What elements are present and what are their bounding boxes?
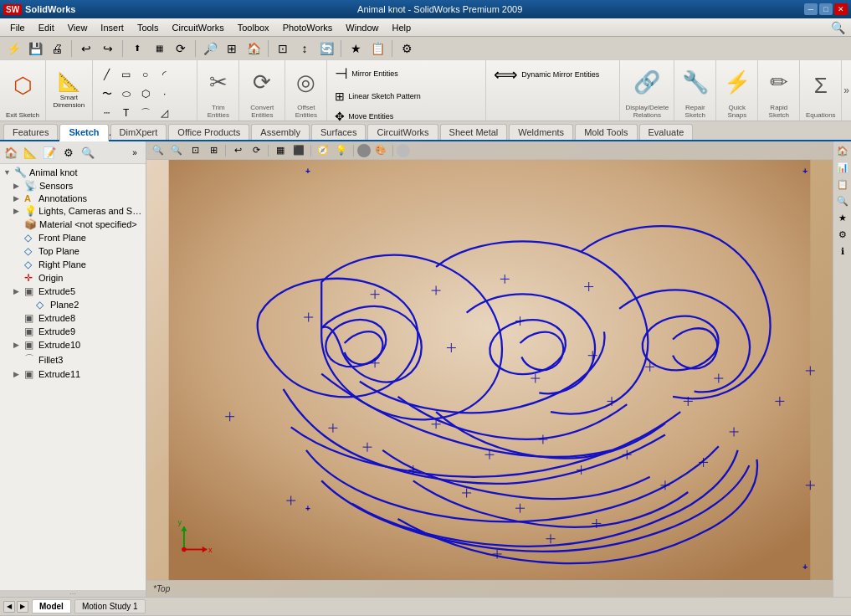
panel-icon2[interactable]: 📐 — [21, 143, 39, 162]
tab-sheet-metal[interactable]: Sheet Metal — [440, 124, 508, 140]
smart-dimension-btn[interactable]: 📐 Smart Dimension — [47, 69, 90, 112]
tab-weldments[interactable]: Weldments — [509, 124, 573, 140]
toolbar-btn-5[interactable]: ↪ — [98, 38, 118, 59]
equations-group[interactable]: Σ Equations — [800, 60, 842, 121]
point-btn[interactable]: · — [156, 85, 174, 103]
rapid-sketch-group[interactable]: ✏ Rapid Sketch — [758, 60, 800, 121]
centerline-btn[interactable]: ┄ — [98, 104, 116, 122]
appearance-btn[interactable]: 🎨 — [372, 143, 389, 158]
tab-surfaces[interactable]: Surfaces — [311, 124, 366, 140]
tree-extrude9[interactable]: ▣ Extrude9 — [2, 325, 144, 338]
toolbar-btn-2[interactable]: 💾 — [25, 38, 45, 59]
toolbar-btn-16[interactable]: 📋 — [367, 38, 387, 59]
exit-sketch-group[interactable]: ⬡ Exit Sketch — [0, 60, 46, 121]
toolbar-btn-9[interactable]: 🔎 — [200, 38, 220, 59]
toolbar-btn-15[interactable]: ★ — [346, 38, 366, 59]
circle-btn[interactable]: ○ — [136, 65, 155, 84]
toolbar-expand[interactable]: » — [842, 60, 851, 121]
minimize-btn[interactable]: ─ — [804, 3, 818, 15]
panel-icon4[interactable]: ⚙ — [59, 143, 78, 162]
toolbar-options[interactable]: ⚙ — [397, 38, 417, 59]
panel-icon3[interactable]: 📝 — [40, 143, 59, 162]
search-btn[interactable]: 🔍 — [828, 18, 848, 38]
repair-sketch-group[interactable]: 🔧 Repair Sketch — [674, 60, 716, 121]
zoom-area-btn[interactable]: ⊞ — [205, 143, 222, 158]
toolbar-btn-14[interactable]: 🔄 — [316, 38, 336, 59]
scroll-right-btn[interactable]: ▶ — [17, 601, 28, 613]
rotate-view-btn[interactable]: ⟳ — [248, 143, 264, 158]
tree-sensors[interactable]: ▶ 📡 Sensors — [2, 179, 144, 192]
display-delete-group[interactable]: 🔗 Display/Delete Relations — [620, 60, 674, 121]
arc-btn[interactable]: ◜ — [156, 65, 174, 84]
toolbar-btn-11[interactable]: 🏠 — [244, 38, 264, 59]
tab-dimxpert[interactable]: DimXpert — [110, 124, 167, 140]
tab-mold-tools[interactable]: Mold Tools — [575, 124, 637, 140]
prev-view-btn[interactable]: ↩ — [229, 143, 246, 158]
tab-office-products[interactable]: Office Products — [168, 124, 249, 140]
dynamic-mirror-btn[interactable]: ⟺ Dynamic Mirror Entities — [490, 62, 616, 87]
menu-circuitworks[interactable]: CircuitWorks — [166, 21, 231, 34]
toolbar-btn-4[interactable]: ↩ — [76, 38, 96, 59]
tree-lights[interactable]: ▶ 💡 Lights, Cameras and Scen — [2, 204, 144, 218]
tab-sketch[interactable]: Sketch — [59, 124, 108, 141]
panel-icon1[interactable]: 🏠 — [2, 143, 20, 162]
tree-extrude5[interactable]: ▶ ▣ Extrude5 — [2, 285, 144, 298]
zoom-fit-btn[interactable]: ⊡ — [187, 143, 203, 158]
toolbar-btn-7[interactable]: ▦ — [149, 38, 169, 59]
menu-photoworks[interactable]: PhotoWorks — [276, 21, 340, 34]
line-btn[interactable]: ╱ — [98, 65, 116, 84]
close-btn[interactable]: ✕ — [834, 3, 848, 15]
trim-entities-group[interactable]: ✂ Trim Entities — [197, 60, 239, 121]
right-btn-gear[interactable]: ⚙ — [835, 227, 850, 242]
tab-assembly[interactable]: Assembly — [251, 124, 310, 140]
menu-tools[interactable]: Tools — [131, 21, 166, 34]
toolbar-btn-6[interactable]: ⬆ — [127, 38, 147, 59]
panel-resize-handle[interactable]: ⋯ — [0, 590, 146, 597]
tab-evaluate[interactable]: Evaluate — [639, 124, 694, 140]
tree-origin[interactable]: ✛ Origin — [2, 271, 144, 285]
view-orient-btn[interactable]: 🧭 — [315, 143, 331, 158]
toolbar-btn-3[interactable]: 🖨 — [47, 38, 67, 59]
right-btn-star[interactable]: ★ — [835, 210, 850, 225]
bottom-tab-model[interactable]: Model — [32, 599, 71, 613]
fillet-btn[interactable]: ⌒ — [136, 104, 155, 122]
right-btn-search[interactable]: 🔍 — [835, 193, 850, 208]
spline-btn[interactable]: 〜 — [98, 85, 116, 103]
section-view-btn[interactable]: ⬛ — [290, 143, 307, 158]
right-btn-info[interactable]: ℹ — [835, 244, 850, 259]
restore-btn[interactable]: □ — [819, 3, 833, 15]
corner-rect-btn[interactable]: ▭ — [117, 65, 136, 84]
scroll-left-btn[interactable]: ◀ — [3, 601, 15, 613]
toolbar-btn-12[interactable]: ⊡ — [273, 38, 293, 59]
tree-extrude11[interactable]: ▶ ▣ Extrude11 — [2, 367, 144, 381]
tree-material[interactable]: 📦 Material <not specified> — [2, 218, 144, 231]
quick-snaps-group[interactable]: ⚡ Quick Snaps — [716, 60, 758, 121]
menu-window[interactable]: Window — [339, 21, 385, 34]
tree-right-plane[interactable]: ◇ Right Plane — [2, 258, 144, 271]
lights-btn[interactable]: 💡 — [333, 143, 350, 158]
bottom-tab-motion-study[interactable]: Motion Study 1 — [74, 599, 146, 613]
menu-help[interactable]: Help — [385, 21, 418, 34]
right-btn-home[interactable]: 🏠 — [835, 143, 850, 158]
toolbar-btn-13[interactable]: ↕ — [295, 38, 315, 59]
toolbar-btn-1[interactable]: ⚡ — [3, 38, 23, 59]
menu-view[interactable]: View — [61, 21, 95, 34]
display-mode-btn[interactable]: ▦ — [272, 143, 289, 158]
chamfer-btn[interactable]: ◿ — [156, 104, 174, 122]
ellipse-btn[interactable]: ⬭ — [117, 85, 136, 103]
offset-entities-group[interactable]: ◎ Offset Entities — [285, 60, 327, 121]
sketch-canvas[interactable]: x y — [146, 160, 833, 580]
tab-circuitworks[interactable]: CircuitWorks — [367, 124, 438, 140]
menu-edit[interactable]: Edit — [32, 21, 61, 34]
tree-extrude10[interactable]: ▶ ▣ Extrude10 — [2, 338, 144, 352]
panel-icon5[interactable]: 🔍 — [79, 143, 97, 162]
tree-annotations[interactable]: ▶ A Annotations — [2, 192, 144, 204]
right-btn-3d[interactable]: 📊 — [835, 160, 850, 175]
move-entities-btn[interactable]: ✥ Move Entities — [331, 107, 397, 126]
zoom-out-btn[interactable]: 🔍 — [168, 143, 185, 158]
menu-toolbox[interactable]: Toolbox — [231, 21, 276, 34]
tree-fillet3[interactable]: ⌒ Fillet3 — [2, 352, 144, 367]
tree-root[interactable]: ▼ 🔧 Animal knot — [2, 166, 144, 179]
mirror-entities-btn[interactable]: ⊣ Mirror Entities — [331, 62, 402, 85]
menu-insert[interactable]: Insert — [94, 21, 131, 34]
